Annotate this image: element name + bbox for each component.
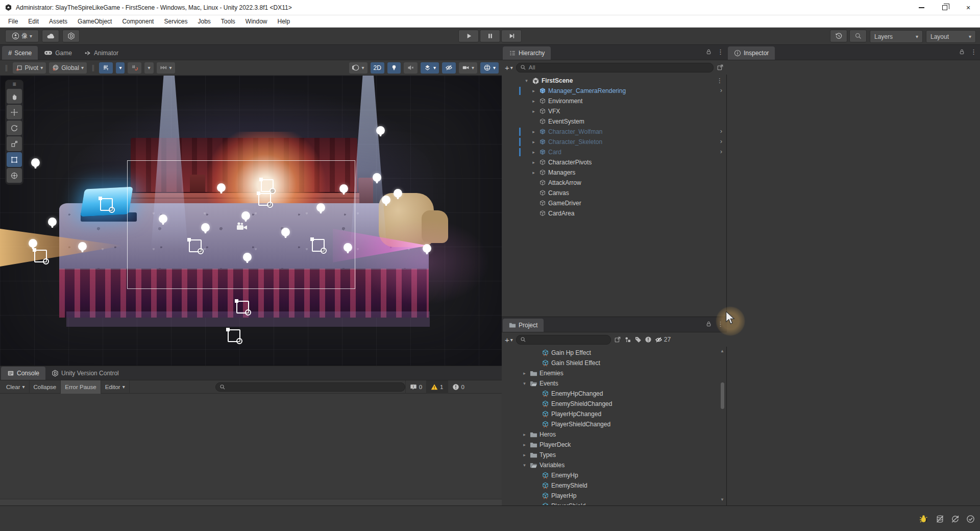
project-row[interactable]: Gain Shield Effect [502, 358, 727, 368]
layers-dropdown[interactable]: Layers▾ [870, 30, 923, 43]
account-button[interactable]: 像 ▾ [5, 30, 39, 42]
light-gizmo[interactable] [382, 196, 390, 204]
menu-gameobject[interactable]: GameObject [72, 15, 117, 28]
cache-server-disconnected-icon[interactable] [936, 515, 944, 523]
menu-tools[interactable]: Tools [216, 15, 240, 28]
menu-help[interactable]: Help [273, 15, 296, 28]
console-info-filter[interactable]: 0 [405, 380, 426, 394]
console-search-input[interactable] [215, 382, 405, 392]
snap-increment-button[interactable]: ▾ [157, 62, 175, 74]
tab-inspector[interactable]: Inspector [728, 46, 775, 60]
transform-tool[interactable] [7, 168, 22, 183]
effects-dropdown[interactable]: ▾ [421, 62, 439, 74]
grid-snap-toggle[interactable] [99, 62, 113, 74]
sprite-gizmo[interactable] [228, 329, 240, 342]
hierarchy-row[interactable]: Canvas [502, 188, 727, 198]
hierarchy-row[interactable]: ▸ CharacterPivots [502, 157, 727, 167]
snap-dropdown[interactable]: ▾ [144, 62, 153, 74]
lock-icon[interactable] [705, 321, 712, 327]
light-gizmo[interactable] [31, 158, 40, 167]
project-row[interactable]: PlayerShield [502, 501, 727, 505]
light-gizmo[interactable] [243, 253, 252, 261]
undo-history-button[interactable] [830, 30, 847, 42]
snap-toggle[interactable] [128, 62, 141, 74]
grid-snap-dropdown[interactable]: ▾ [116, 62, 125, 74]
menu-jobs[interactable]: Jobs [192, 15, 215, 28]
console-error-pause-toggle[interactable]: Error Pause [61, 380, 101, 394]
play-button[interactable] [458, 30, 479, 42]
project-row[interactable]: PlayerHp [502, 491, 727, 501]
light-gizmo[interactable] [344, 243, 352, 252]
hierarchy-row[interactable]: ▸ Environment [502, 96, 727, 106]
global-dropdown[interactable]: Global▾ [49, 62, 87, 74]
tab-unity-version-control[interactable]: Unity Version Control [45, 367, 125, 380]
console-clear-button[interactable]: Clear▾ [2, 380, 30, 394]
project-row[interactable]: ▸ Types [502, 450, 727, 460]
hierarchy-row[interactable]: GameDriver [502, 198, 727, 208]
lock-icon[interactable] [705, 49, 712, 55]
sprite-gizmo[interactable] [34, 250, 47, 262]
light-gizmo[interactable] [78, 242, 87, 251]
tab-hierarchy[interactable]: Hierarchy [503, 46, 551, 60]
scene-lighting-toggle[interactable] [387, 62, 401, 74]
search-by-label-icon[interactable] [634, 336, 642, 343]
rect-tool[interactable] [7, 152, 22, 167]
scene-menu-icon[interactable]: ⋮ [717, 77, 723, 84]
project-row[interactable]: EnemyHp [502, 470, 727, 480]
hierarchy-row[interactable]: ▸ VFX [502, 106, 727, 116]
hierarchy-row[interactable]: EventSystem [502, 116, 727, 127]
hidden-packages-toggle[interactable]: 27 [655, 336, 671, 344]
light-gizmo[interactable] [48, 218, 57, 226]
prefab-open-arrow[interactable]: › [720, 86, 722, 94]
tab-animator[interactable]: Animator [78, 46, 125, 60]
tab-game[interactable]: Game [38, 46, 78, 60]
project-row[interactable]: ▸ Heros [502, 429, 727, 440]
rotate-tool[interactable] [7, 120, 22, 135]
prefab-open-arrow[interactable]: › [720, 148, 722, 155]
camera-gizmo[interactable] [236, 222, 249, 232]
hierarchy-row[interactable]: AttackArrow [502, 178, 727, 188]
sprite-gizmo[interactable] [261, 179, 274, 192]
activity-ok-icon[interactable] [966, 515, 975, 523]
project-row[interactable]: ▸ PlayerDeck [502, 440, 727, 450]
menu-edit[interactable]: Edit [23, 15, 44, 28]
layout-dropdown[interactable]: Layout▾ [926, 30, 976, 43]
project-row[interactable]: ▾ Events [502, 378, 727, 389]
minimize-button[interactable] [910, 0, 933, 15]
project-row[interactable]: ▸ Enemies [502, 368, 727, 378]
console-log-area[interactable] [0, 394, 502, 499]
scale-tool[interactable] [7, 136, 22, 151]
open-search-window-icon[interactable] [717, 64, 724, 71]
panel-menu-icon[interactable]: ⋮ [970, 49, 977, 55]
hierarchy-search-input[interactable]: All [516, 63, 714, 73]
hierarchy-create-button[interactable]: +▾ [505, 63, 513, 72]
camera-settings-dropdown[interactable]: ▾ [459, 62, 477, 74]
project-row[interactable]: EnemyShield [502, 480, 727, 491]
light-gizmo[interactable] [201, 223, 210, 232]
menu-assets[interactable]: Assets [44, 15, 72, 28]
prefab-open-arrow[interactable]: › [720, 127, 722, 135]
sprite-gizmo[interactable] [100, 198, 113, 211]
prefab-open-arrow[interactable]: › [720, 137, 722, 145]
project-create-button[interactable]: +▾ [505, 335, 513, 344]
hand-tool[interactable] [7, 89, 22, 104]
restore-button[interactable] [933, 0, 957, 15]
tab-console[interactable]: Console [1, 367, 45, 380]
console-error-filter[interactable]: 0 [448, 380, 469, 394]
console-editor-dropdown[interactable]: Editor▾ [101, 380, 130, 394]
shading-mode-dropdown[interactable]: ▾ [349, 62, 368, 74]
light-gizmo[interactable] [394, 189, 402, 198]
palette-handle[interactable]: ≡ [12, 82, 16, 88]
audio-mute-toggle[interactable] [404, 62, 418, 74]
sprite-gizmo[interactable] [312, 239, 325, 252]
project-scrollbar[interactable]: ▲ ▼ [720, 349, 725, 502]
light-gizmo[interactable] [217, 183, 226, 192]
project-row[interactable]: Gain Hp Effect [502, 348, 727, 358]
auto-refresh-disabled-icon[interactable] [951, 515, 960, 523]
sprite-gizmo[interactable] [258, 193, 271, 206]
light-gizmo[interactable] [159, 214, 167, 223]
sprite-gizmo[interactable] [236, 301, 249, 313]
cloud-services-button[interactable] [42, 30, 59, 42]
step-button[interactable] [501, 30, 522, 42]
move-tool[interactable] [7, 105, 22, 119]
